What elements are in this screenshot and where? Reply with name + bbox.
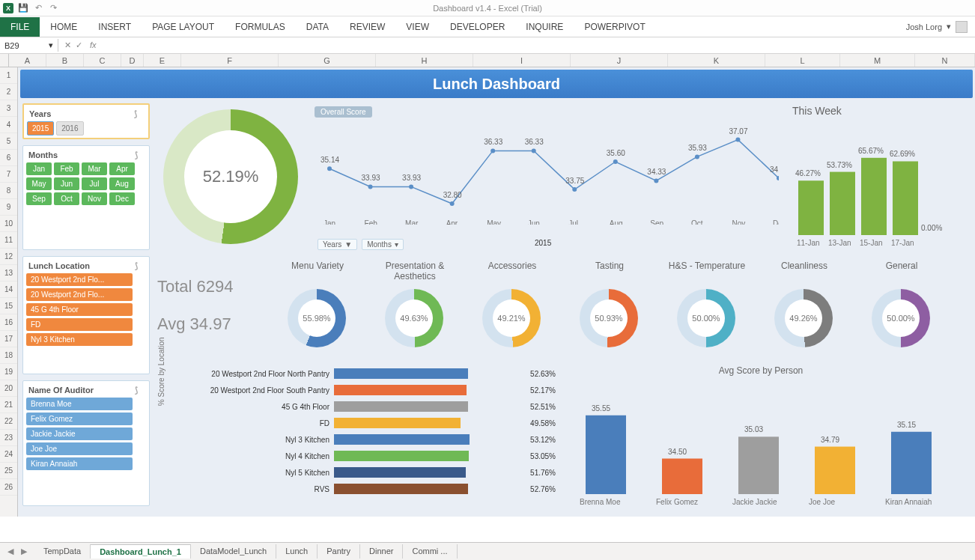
col-M[interactable]: M xyxy=(840,54,915,67)
slicer-years[interactable]: Years⟆ 20152016 xyxy=(22,103,150,139)
row-12[interactable]: 12 xyxy=(0,249,17,265)
row-7[interactable]: 7 xyxy=(0,166,17,183)
row-17[interactable]: 17 xyxy=(0,331,17,347)
name-box[interactable]: B29▾ xyxy=(0,39,58,52)
ribbon-tab-review[interactable]: REVIEW xyxy=(339,17,395,37)
col-J[interactable]: J xyxy=(571,54,668,67)
user-avatar-icon[interactable] xyxy=(956,21,968,33)
select-all-corner[interactable] xyxy=(0,54,9,67)
slicer-item[interactable]: Kiran Annaiah xyxy=(26,457,133,470)
row-26[interactable]: 26 xyxy=(0,479,17,496)
col-I[interactable]: I xyxy=(473,54,571,67)
ribbon-tab-powerpivot[interactable]: POWERPIVOT xyxy=(574,17,655,37)
slicer-item[interactable]: Jackie Jackie xyxy=(26,427,133,440)
slicer-item[interactable]: Apr xyxy=(109,162,135,175)
ribbon-tab-data[interactable]: DATA xyxy=(296,17,339,37)
slicer-item[interactable]: Dec xyxy=(109,192,135,205)
row-10[interactable]: 10 xyxy=(0,216,17,232)
undo-icon[interactable]: ↶ xyxy=(33,3,43,13)
row-20[interactable]: 20 xyxy=(0,380,17,397)
redo-icon[interactable]: ↷ xyxy=(48,3,58,13)
slicer-auditor[interactable]: Name Of Auditor⟆ Brenna MoeFelix GomezJa… xyxy=(22,380,150,506)
slicer-location[interactable]: Lunch Location⟆ 20 Westport 2nd Flo...20… xyxy=(22,256,150,374)
slicer-item[interactable]: Brenna Moe xyxy=(26,398,133,410)
slicer-item[interactable]: Sep xyxy=(26,192,52,205)
row-21[interactable]: 21 xyxy=(0,397,17,413)
col-F[interactable]: F xyxy=(181,54,279,67)
save-icon[interactable]: 💾 xyxy=(18,3,28,13)
accept-icon[interactable]: ✓ xyxy=(76,40,82,50)
row-2[interactable]: 2 xyxy=(0,84,17,100)
fx-icon[interactable]: fx xyxy=(87,40,100,50)
clear-filter-icon[interactable]: ⟆ xyxy=(134,109,143,118)
slicer-item[interactable]: Jan xyxy=(26,162,52,175)
ribbon-tab-insert[interactable]: INSERT xyxy=(88,17,142,37)
slicer-item[interactable]: Felix Gomez xyxy=(26,413,133,425)
slicer-item[interactable]: 45 G 4th Floor xyxy=(26,303,133,316)
row-8[interactable]: 8 xyxy=(0,183,17,199)
row-24[interactable]: 24 xyxy=(0,446,17,463)
timeline-control[interactable]: Years ▼ Months ▾ 2015 xyxy=(318,239,404,250)
cancel-icon[interactable]: ✕ xyxy=(64,40,71,50)
ribbon-tab-developer[interactable]: DEVELOPER xyxy=(440,17,515,37)
slicer-item[interactable]: Nov xyxy=(82,192,107,205)
row-15[interactable]: 15 xyxy=(0,298,17,314)
clear-filter-icon[interactable]: ⟆ xyxy=(135,150,144,159)
slicer-item[interactable]: FD xyxy=(26,318,133,331)
slicer-item[interactable]: Feb xyxy=(54,162,79,175)
row-5[interactable]: 5 xyxy=(0,133,17,150)
row-22[interactable]: 22 xyxy=(0,413,17,430)
slicer-item[interactable]: May xyxy=(26,177,52,190)
row-16[interactable]: 16 xyxy=(0,314,17,331)
col-N[interactable]: N xyxy=(915,54,975,67)
row-11[interactable]: 11 xyxy=(0,232,17,249)
ribbon-tab-inquire[interactable]: INQUIRE xyxy=(515,17,574,37)
slicer-item[interactable]: Aug xyxy=(109,177,135,190)
row-9[interactable]: 9 xyxy=(0,199,17,216)
col-A[interactable]: A xyxy=(9,54,46,67)
worksheet[interactable]: Lunch Dashboard Years⟆ 20152016 Months⟆ … xyxy=(18,67,975,517)
col-D[interactable]: D xyxy=(121,54,144,67)
slicer-item[interactable]: Joe Joe xyxy=(26,442,133,455)
slicer-item[interactable]: Mar xyxy=(82,162,107,175)
sheet-tab[interactable]: Commi ... xyxy=(403,544,457,559)
row-14[interactable]: 14 xyxy=(0,281,17,298)
row-18[interactable]: 18 xyxy=(0,347,17,364)
slicer-item[interactable]: Oct xyxy=(54,192,79,205)
slicer-item[interactable]: 20 Westport 2nd Flo... xyxy=(26,288,133,301)
row-23[interactable]: 23 xyxy=(0,430,17,446)
prev-sheet-icon[interactable]: ◀ xyxy=(7,547,13,556)
col-G[interactable]: G xyxy=(279,54,376,67)
col-E[interactable]: E xyxy=(144,54,181,67)
ribbon-tab-formulas[interactable]: FORMULAS xyxy=(225,17,296,37)
row-25[interactable]: 25 xyxy=(0,463,17,479)
col-B[interactable]: B xyxy=(46,54,84,67)
col-H[interactable]: H xyxy=(376,54,473,67)
user-name[interactable]: Josh Lorg xyxy=(906,22,942,31)
sheet-tab[interactable]: Dashboard_Lunch_1 xyxy=(91,544,191,559)
row-3[interactable]: 3 xyxy=(0,100,17,117)
slicer-item[interactable]: Nyl 3 Kitchen xyxy=(26,333,133,346)
row-19[interactable]: 19 xyxy=(0,364,17,380)
ribbon-tab-home[interactable]: HOME xyxy=(40,17,88,37)
slicer-item[interactable]: 2015 xyxy=(27,121,54,136)
slicer-item[interactable]: Jul xyxy=(82,177,107,190)
sheet-tab[interactable]: Lunch xyxy=(276,544,318,559)
col-C[interactable]: C xyxy=(84,54,121,67)
sheet-tab[interactable]: DataModel_Lunch xyxy=(191,544,276,559)
slicer-item[interactable]: Jun xyxy=(54,177,79,190)
ribbon-tab-page-layout[interactable]: PAGE LAYOUT xyxy=(142,17,225,37)
col-L[interactable]: L xyxy=(765,54,840,67)
col-K[interactable]: K xyxy=(668,54,765,67)
slicer-item[interactable]: 20 Westport 2nd Flo... xyxy=(26,273,133,286)
ribbon-tab-view[interactable]: VIEW xyxy=(395,17,440,37)
next-sheet-icon[interactable]: ▶ xyxy=(21,547,27,556)
slicer-item[interactable]: 2016 xyxy=(56,121,83,136)
sheet-tab[interactable]: Dinner xyxy=(360,544,403,559)
sheet-tab[interactable]: TempData xyxy=(34,544,91,559)
row-4[interactable]: 4 xyxy=(0,117,17,133)
sheet-tab[interactable]: Pantry xyxy=(318,544,360,559)
row-1[interactable]: 1 xyxy=(0,67,17,84)
clear-filter-icon[interactable]: ⟆ xyxy=(135,386,144,395)
row-6[interactable]: 6 xyxy=(0,150,17,166)
